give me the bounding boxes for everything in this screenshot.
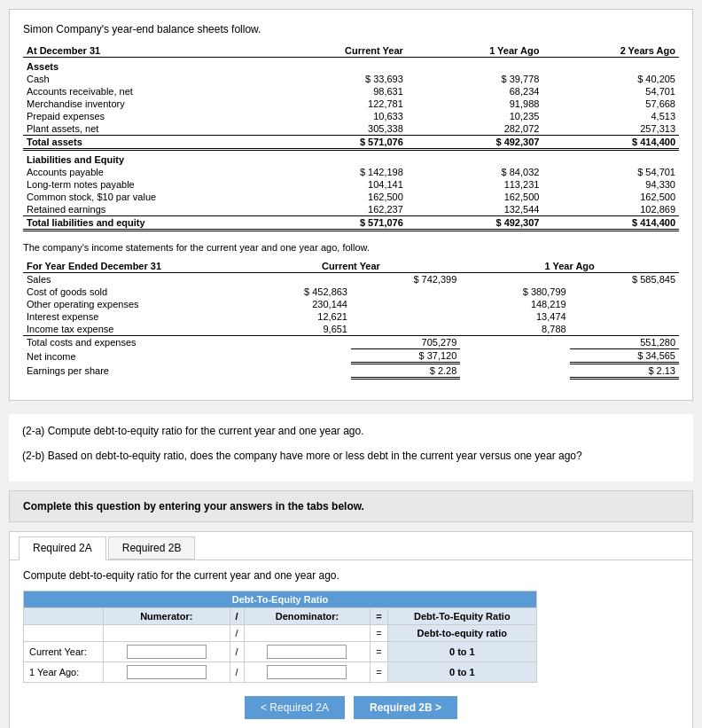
- bs-row-cy: 162,500: [270, 191, 407, 203]
- nav-buttons: < Required 2A Required 2B >: [23, 696, 679, 719]
- tab-required-2b[interactable]: Required 2B: [108, 536, 196, 560]
- bs-row-label: Accounts receivable, net: [23, 85, 270, 98]
- ratio-denominator-cell[interactable]: [244, 642, 370, 662]
- denominator-input-1[interactable]: [267, 665, 347, 679]
- ratio-row: Current Year: / = 0 to 1: [24, 642, 537, 662]
- bs-row-cy: 305,338: [270, 122, 407, 136]
- is-expense-row: Other operating expenses 230,144 148,219: [23, 298, 679, 310]
- bs-row-1ya: 162,500: [407, 191, 543, 203]
- bs-total-1ya: $ 492,307: [407, 136, 543, 150]
- denominator-input-0[interactable]: [267, 645, 347, 659]
- bs-col-header-2ya: 2 Years Ago: [542, 44, 679, 58]
- bs-col-header-cy: Current Year: [270, 44, 407, 58]
- bs-data-row: Plant assets, net 305,338 282,072 257,31…: [23, 122, 679, 136]
- ratio-denominator-cell[interactable]: [244, 662, 370, 683]
- is-total-costs-row: Total costs and expenses 705,279 551,280: [23, 336, 679, 349]
- bs-data-row: Retained earnings 162,237 132,544 102,86…: [23, 203, 679, 216]
- is-sales-row: Sales $ 742,399 $ 585,845: [23, 273, 679, 286]
- bs-row-label: Accounts payable: [23, 166, 270, 178]
- bs-section-header: Assets: [23, 58, 679, 74]
- next-button[interactable]: Required 2B >: [354, 696, 457, 719]
- bs-row-cy: 10,633: [270, 110, 407, 122]
- tabs-header: Required 2A Required 2B: [10, 532, 692, 560]
- bs-data-row: Long-term notes payable 104,141 113,231 …: [23, 178, 679, 191]
- col-h-empty: [24, 608, 104, 625]
- bs-col-header-1ya: 1 Year Ago: [407, 44, 543, 58]
- is-col-header-cy: Current Year: [242, 260, 461, 273]
- bs-data-row: Prepaid expenses 10,633 10,235 4,513: [23, 110, 679, 122]
- bs-data-row: Merchandise inventory 122,781 91,988 57,…: [23, 98, 679, 110]
- bs-row-2ya: 94,330: [542, 178, 679, 191]
- col-h-result: Debt-To-Equity Ratio: [387, 608, 536, 625]
- bs-data-row: Accounts receivable, net 98,631 68,234 5…: [23, 85, 679, 98]
- question-2b: (2-b) Based on debt-to-equity ratio, doe…: [22, 448, 680, 464]
- ratio-eq: =: [370, 662, 387, 683]
- balance-sheet-section: Simon Company's year-end balance sheets …: [9, 9, 693, 401]
- bs-total-label: Total liabilities and equity: [23, 216, 270, 231]
- ratio-table-container: Debt-To-Equity Ratio Numerator: / Denomi…: [23, 591, 679, 683]
- ratio-numerator-cell[interactable]: [104, 662, 230, 683]
- is-expense-row: Cost of goods sold $ 452,863 $ 380,799: [23, 286, 679, 298]
- complete-box-text: Complete this question by entering your …: [23, 500, 364, 513]
- complete-box: Complete this question by entering your …: [9, 490, 693, 522]
- bs-row-label: Merchandise inventory: [23, 98, 270, 110]
- ratio-row-label: Current Year:: [24, 642, 104, 662]
- tab-content-2a: Compute debt-to-equity ratio for the cur…: [10, 560, 692, 728]
- bs-total-cy: $ 571,076: [270, 216, 407, 231]
- bs-total-2ya: $ 414,400: [542, 216, 679, 231]
- ratio-table-header: Debt-To-Equity Ratio: [24, 591, 537, 608]
- ratio-result-value: 0: [449, 646, 455, 657]
- bs-row-label: Plant assets, net: [23, 122, 270, 136]
- bs-row-cy: $ 33,693: [270, 73, 407, 85]
- bs-total-cy: $ 571,076: [270, 136, 407, 150]
- ratio-result-cell: 0 to 1: [387, 662, 536, 683]
- sub-h-num-empty: [104, 625, 230, 642]
- ratio-table: Debt-To-Equity Ratio Numerator: / Denomi…: [23, 591, 537, 683]
- bs-row-label: Common stock, $10 par value: [23, 191, 270, 203]
- tab-required-2a[interactable]: Required 2A: [19, 536, 106, 560]
- sub-h-eq: =: [370, 625, 387, 642]
- mid-text: The company's income statements for the …: [23, 242, 679, 253]
- ratio-result-cell: 0 to 1: [387, 642, 536, 662]
- bs-row-label: Retained earnings: [23, 203, 270, 216]
- col-h-slash: /: [230, 608, 244, 625]
- bs-row-1ya: $ 39,778: [407, 73, 543, 85]
- prev-button[interactable]: < Required 2A: [245, 696, 345, 719]
- ratio-numerator-cell[interactable]: [104, 642, 230, 662]
- bs-row-cy: 162,237: [270, 203, 407, 216]
- bs-row-2ya: 162,500: [542, 191, 679, 203]
- ratio-result-value: 0: [449, 667, 455, 677]
- question-section: (2-a) Compute debt-to-equity ratio for t…: [9, 414, 693, 481]
- tab-content-title: Compute debt-to-equity ratio for the cur…: [23, 569, 679, 582]
- sub-h-den-empty: [244, 625, 370, 642]
- income-stmt-table: For Year Ended December 31 Current Year …: [23, 260, 679, 380]
- sub-h-slash: /: [230, 625, 244, 642]
- is-col-header-label: For Year Ended December 31: [23, 260, 242, 273]
- bs-row-2ya: $ 54,701: [542, 166, 679, 178]
- tabs-container: Required 2A Required 2B Compute debt-to-…: [9, 531, 693, 728]
- bs-col-header-label: At December 31: [23, 44, 270, 58]
- bs-row-cy: 98,631: [270, 85, 407, 98]
- bs-row-2ya: 57,668: [542, 98, 679, 110]
- bs-row-1ya: 113,231: [407, 178, 543, 191]
- bs-row-cy: 104,141: [270, 178, 407, 191]
- col-h-denominator: Denominator:: [244, 608, 370, 625]
- numerator-input-1[interactable]: [127, 665, 207, 679]
- numerator-input-0[interactable]: [127, 645, 207, 659]
- bs-section-header: Liabilities and Equity: [23, 150, 679, 167]
- is-expense-row: Income tax expense 9,651 8,788: [23, 323, 679, 336]
- bs-row-1ya: 10,235: [407, 110, 543, 122]
- bs-data-row: Common stock, $10 par value 162,500 162,…: [23, 191, 679, 203]
- ratio-slash: /: [230, 642, 244, 662]
- bs-row-1ya: $ 84,032: [407, 166, 543, 178]
- bs-row-cy: 122,781: [270, 98, 407, 110]
- ratio-slash: /: [230, 662, 244, 683]
- bs-row-label: Long-term notes payable: [23, 178, 270, 191]
- bs-row-2ya: 257,313: [542, 122, 679, 136]
- bs-row-1ya: 132,544: [407, 203, 543, 216]
- intro-text: Simon Company's year-end balance sheets …: [23, 23, 679, 35]
- bs-total-1ya: $ 492,307: [407, 216, 543, 231]
- bs-row-1ya: 282,072: [407, 122, 543, 136]
- bs-total-row: Total liabilities and equity $ 571,076 $…: [23, 216, 679, 231]
- is-col-header-1ya: 1 Year Ago: [460, 260, 679, 273]
